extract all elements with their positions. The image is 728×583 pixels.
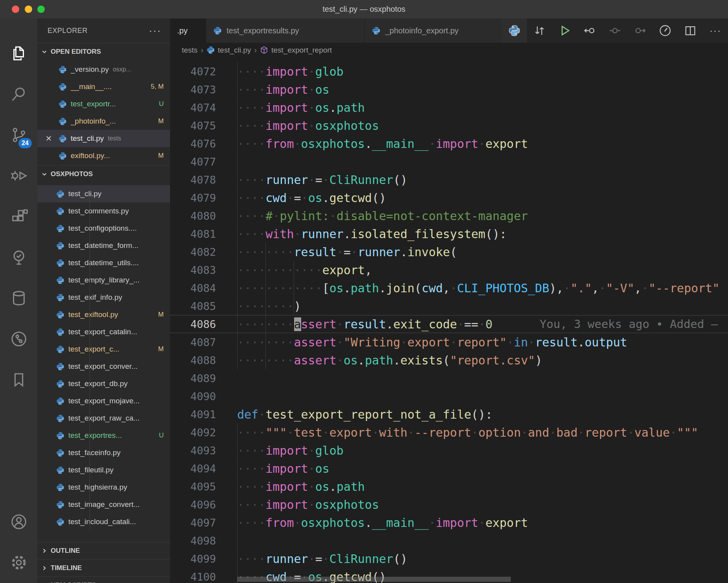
open-editor-item[interactable]: test_exportr...U (37, 95, 170, 113)
step-forward-icon[interactable] (627, 18, 653, 43)
code-line[interactable]: 4093····import·glob (170, 441, 728, 459)
search-icon[interactable] (0, 78, 37, 110)
code-line[interactable]: 4091def·test_export_report_not_a_file(): (170, 405, 728, 423)
file-tree-item[interactable]: test_export_db.py (37, 375, 170, 392)
file-tree-item[interactable]: test_datetime_form... (37, 237, 170, 254)
python-logo-icon[interactable] (502, 18, 527, 43)
database-icon[interactable] (0, 282, 37, 314)
line-number: 4080 (170, 210, 216, 222)
file-tree-item[interactable]: test_empty_library_... (37, 271, 170, 289)
open-editors-section-header[interactable]: OPEN EDITORS (37, 43, 170, 60)
git-status-badge: M (158, 152, 164, 160)
more-actions-icon[interactable]: ··· (703, 18, 728, 43)
breadcrumb-item[interactable]: test_cli.py (207, 46, 251, 55)
code-line[interactable]: 4094····import·os (170, 459, 728, 477)
explorer-icon[interactable] (0, 38, 37, 69)
account-icon[interactable] (0, 506, 37, 537)
line-number: 4074 (170, 102, 216, 114)
profile-icon[interactable] (653, 18, 678, 43)
testing-icon[interactable] (0, 242, 37, 273)
bookmarks-icon[interactable] (0, 364, 37, 395)
python-file-icon (59, 83, 67, 91)
file-tree-item[interactable]: test_faceinfo.py (37, 444, 170, 461)
code-line[interactable]: 4081····with·runner.isolated_filesystem(… (170, 225, 728, 243)
code-line[interactable]: 4088········assert·os.path.exists("repor… (170, 351, 728, 369)
file-tree-item[interactable]: test_incloud_catali... (37, 513, 170, 530)
code-text: ····from·osxphotos.__main__·import·expor… (237, 137, 528, 151)
file-tree-item[interactable]: test_export_catalin... (37, 323, 170, 341)
compare-changes-icon[interactable] (527, 18, 552, 43)
more-actions-icon[interactable]: ··· (149, 25, 161, 37)
open-editor-item[interactable]: exiftool.py...M (37, 147, 170, 164)
code-line[interactable]: 4096····import·osxphotos (170, 496, 728, 514)
file-tree-item[interactable]: test_exiftool.pyM (37, 306, 170, 323)
code-text: ········assert·os.path.exists("report.cs… (237, 353, 542, 367)
file-tree-item[interactable]: test_image_convert... (37, 496, 170, 513)
code-line[interactable]: 4080····#·pylint:·disable=not-context-ma… (170, 207, 728, 225)
open-editor-item[interactable]: _photoinfo_...M (37, 113, 170, 130)
step-back-icon[interactable] (577, 18, 602, 43)
file-tree-item[interactable]: test_datetime_utils.... (37, 254, 170, 271)
tab--py[interactable]: .py (170, 18, 206, 43)
settings-icon[interactable] (0, 547, 37, 578)
code-line[interactable]: 4072····import·glob (170, 62, 728, 80)
code-line[interactable]: 4084············[os.path.join(cwd,·CLI_P… (170, 279, 728, 297)
horizontal-scrollbar[interactable] (237, 577, 511, 582)
code-line[interactable]: 4090 (170, 387, 728, 405)
file-tree-item[interactable]: test_highsierra.py (37, 479, 170, 496)
code-line[interactable]: 4085········) (170, 297, 728, 315)
zoom-window-button[interactable] (37, 5, 45, 13)
file-tree-item[interactable]: test_exportres...U (37, 427, 170, 444)
run-icon[interactable] (552, 18, 577, 43)
file-tree-item[interactable]: test_exif_info.py (37, 289, 170, 306)
code-line[interactable]: 4075····import·osxphotos (170, 117, 728, 135)
tab-test-exportresults-py[interactable]: test_exportresults.py (206, 18, 365, 43)
code-line[interactable]: 4079····cwd·=·os.getcwd() (170, 189, 728, 207)
tab--photoinfo-export-py[interactable]: _photoinfo_export.py (365, 18, 505, 43)
code-line[interactable]: 4098 (170, 532, 728, 550)
section-header-timeline[interactable]: TIMELINE (37, 559, 170, 576)
code-line[interactable]: 4087········assert·"Writing·export·repor… (170, 333, 728, 351)
file-tree-item[interactable]: test_export_raw_ca... (37, 410, 170, 427)
code-editor[interactable]: 4072····import·glob4073····import·os4074… (170, 57, 728, 583)
code-line[interactable]: 4086········assert·result.exit_code·==·0… (170, 315, 728, 333)
file-tree-item[interactable]: test_export_c...M (37, 341, 170, 358)
code-line[interactable]: 4099····runner·=·CliRunner() (170, 550, 728, 568)
file-tree-item[interactable]: test_fileutil.py (37, 461, 170, 479)
open-editor-item[interactable]: __main__....5, M (37, 78, 170, 95)
file-tree-item[interactable]: test_comments.py (37, 202, 170, 220)
open-editor-item[interactable]: ✕ test_cli.pytests (37, 130, 170, 147)
run-debug-icon[interactable] (0, 160, 37, 191)
code-line[interactable]: 4077 (170, 153, 728, 171)
source-control-icon[interactable]: 24 (0, 119, 37, 151)
project-section-header[interactable]: OSXPHOTOS (37, 165, 170, 182)
code-line[interactable]: 4074····import·os.path (170, 98, 728, 117)
code-line[interactable]: 4089 (170, 369, 728, 387)
breadcrumb-item[interactable]: tests (182, 46, 198, 55)
section-header-npm-scripts[interactable]: NPM SCRIPTS (37, 576, 170, 583)
section-header-outline[interactable]: OUTLINE (37, 542, 170, 559)
code-line[interactable]: 4097····from·osxphotos.__main__·import·e… (170, 514, 728, 532)
file-tree-item[interactable]: test_export_mojave... (37, 392, 170, 410)
gitlens-icon[interactable] (0, 323, 37, 355)
close-icon[interactable]: ✕ (43, 134, 55, 143)
python-file-icon (213, 26, 222, 35)
code-line[interactable]: 4092····"""·test·export·with·--report·op… (170, 423, 728, 441)
code-line[interactable]: 4095····import·os.path (170, 477, 728, 496)
extensions-icon[interactable] (0, 201, 37, 232)
close-window-button[interactable] (12, 5, 19, 13)
minimize-window-button[interactable] (25, 5, 32, 13)
split-editor-icon[interactable] (678, 18, 703, 43)
step-over-icon[interactable] (602, 18, 627, 43)
code-text: ····with·runner.isolated_filesystem(): (237, 227, 507, 241)
code-line[interactable]: 4076····from·osxphotos.__main__·import·e… (170, 135, 728, 153)
file-tree-item[interactable]: test_export_conver... (37, 358, 170, 375)
breadcrumb-item[interactable]: test_export_report (260, 46, 332, 55)
file-tree-item[interactable]: test_cli.py (37, 185, 170, 202)
code-line[interactable]: 4073····import·os (170, 80, 728, 98)
file-tree-item[interactable]: test_configoptions.... (37, 220, 170, 237)
code-line[interactable]: 4083············export, (170, 261, 728, 279)
code-line[interactable]: 4078····runner·=·CliRunner() (170, 171, 728, 189)
open-editor-item[interactable]: _version.pyosxp... (37, 61, 170, 78)
code-line[interactable]: 4082········result·=·runner.invoke( (170, 243, 728, 261)
